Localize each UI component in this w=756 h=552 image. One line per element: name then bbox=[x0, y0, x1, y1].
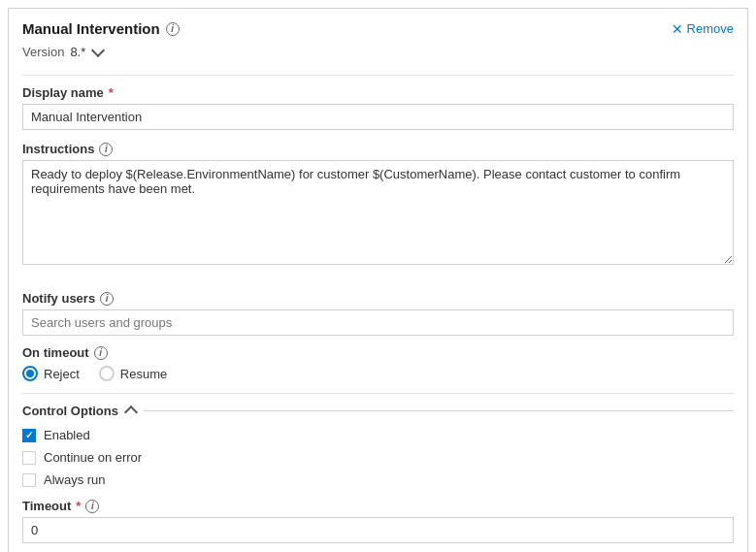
control-options-line bbox=[144, 410, 734, 411]
timeout-info-icon[interactable]: i bbox=[85, 500, 99, 513]
always-run-label: Always run bbox=[44, 472, 106, 487]
enabled-checkbox-option[interactable]: Enabled bbox=[22, 428, 734, 442]
instructions-label: Instructions i bbox=[22, 142, 734, 156]
timeout-required: * bbox=[76, 499, 81, 513]
manual-intervention-panel: Manual Intervention i ✕ Remove Version 8… bbox=[8, 8, 748, 552]
version-chevron-icon[interactable] bbox=[91, 44, 105, 57]
control-options-section: Control Options Enabled Continue on erro… bbox=[22, 404, 734, 543]
continue-on-error-label: Continue on error bbox=[44, 450, 142, 465]
remove-button[interactable]: ✕ Remove bbox=[672, 21, 734, 37]
enabled-checkbox[interactable] bbox=[22, 429, 36, 442]
control-options-checkboxes: Enabled Continue on error Always run bbox=[22, 428, 734, 487]
resume-radio-button[interactable] bbox=[99, 366, 115, 381]
title-info-icon[interactable]: i bbox=[166, 22, 180, 36]
resume-label: Resume bbox=[120, 367, 167, 381]
reject-radio-button[interactable] bbox=[22, 366, 38, 381]
continue-on-error-checkbox-option[interactable]: Continue on error bbox=[22, 450, 734, 465]
instructions-field-group: Instructions i bbox=[22, 142, 734, 279]
title-group: Manual Intervention i bbox=[22, 20, 180, 37]
on-timeout-radio-group: Reject Resume bbox=[22, 366, 734, 381]
control-divider bbox=[22, 393, 734, 394]
on-timeout-label-row: On timeout i bbox=[22, 345, 734, 360]
resume-radio-option[interactable]: Resume bbox=[99, 366, 167, 381]
version-row: Version 8.* bbox=[22, 45, 734, 59]
continue-on-error-checkbox[interactable] bbox=[22, 451, 36, 465]
display-name-input[interactable] bbox=[22, 104, 734, 130]
on-timeout-label: On timeout bbox=[22, 345, 89, 360]
control-options-chevron-icon[interactable] bbox=[124, 406, 138, 419]
notify-users-info-icon[interactable]: i bbox=[100, 292, 114, 306]
instructions-info-icon[interactable]: i bbox=[99, 143, 113, 156]
control-options-title: Control Options bbox=[22, 404, 118, 418]
remove-label: Remove bbox=[687, 21, 734, 36]
notify-users-label: Notify users i bbox=[22, 291, 734, 306]
timeout-label: Timeout * i bbox=[22, 499, 734, 513]
reject-radio-option[interactable]: Reject bbox=[22, 366, 80, 381]
on-timeout-info-icon[interactable]: i bbox=[94, 346, 108, 360]
display-name-label: Display name * bbox=[22, 85, 734, 100]
timeout-field-group: Timeout * i bbox=[22, 499, 734, 543]
notify-users-section: Notify users i bbox=[22, 291, 734, 336]
search-users-input[interactable] bbox=[22, 309, 734, 336]
display-name-required: * bbox=[109, 85, 114, 100]
instructions-textarea[interactable] bbox=[22, 160, 734, 265]
on-timeout-section: On timeout i Reject Resume bbox=[22, 345, 734, 381]
timeout-input[interactable] bbox=[22, 517, 734, 543]
always-run-checkbox-option[interactable]: Always run bbox=[22, 472, 734, 487]
enabled-label: Enabled bbox=[44, 428, 90, 442]
version-value: 8.* bbox=[70, 45, 85, 59]
page-title: Manual Intervention bbox=[22, 20, 160, 37]
reject-label: Reject bbox=[44, 367, 80, 381]
remove-x-icon: ✕ bbox=[672, 21, 683, 37]
control-options-header: Control Options bbox=[22, 404, 734, 418]
version-label: Version bbox=[22, 45, 64, 59]
top-divider bbox=[22, 75, 734, 76]
display-name-field-group: Display name * bbox=[22, 85, 734, 130]
header-row: Manual Intervention i ✕ Remove bbox=[22, 20, 734, 37]
always-run-checkbox[interactable] bbox=[22, 473, 36, 487]
